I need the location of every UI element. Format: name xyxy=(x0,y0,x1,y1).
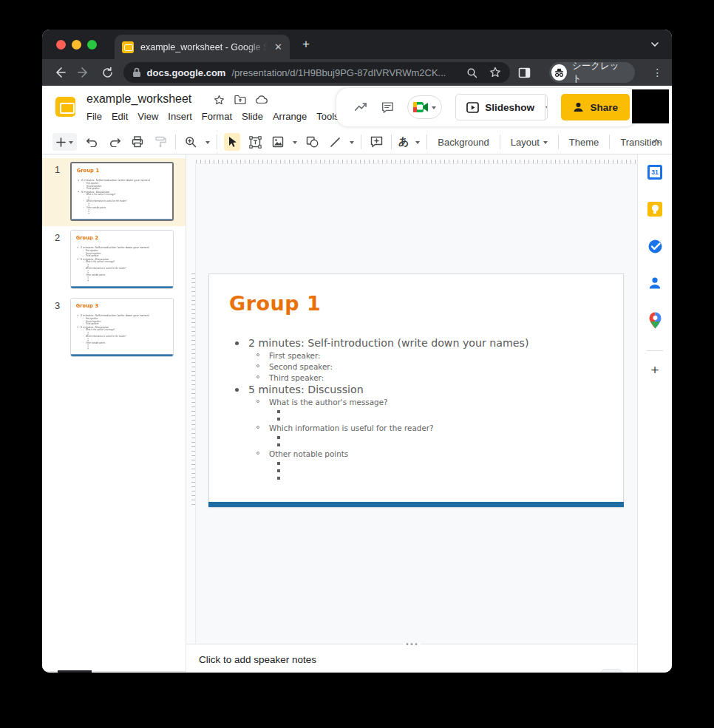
move-folder-icon[interactable] xyxy=(234,95,246,105)
slide-thumbnail-2[interactable]: 2 Group 2 2 minutes: Self-introduction (… xyxy=(42,226,186,294)
close-window-button[interactable] xyxy=(56,40,66,50)
maps-icon[interactable] xyxy=(647,312,663,328)
text-box-button[interactable] xyxy=(247,133,263,151)
cloud-saved-icon[interactable] xyxy=(256,95,268,104)
menu-slide[interactable]: Slide xyxy=(242,111,263,122)
incognito-badge: シークレット xyxy=(549,62,635,83)
menu-insert[interactable]: Insert xyxy=(168,111,192,122)
browser-menu-icon[interactable]: ⋮ xyxy=(652,67,663,78)
reload-icon[interactable] xyxy=(98,63,117,82)
empty-square-bullet xyxy=(209,467,623,474)
slide-thumbnail-3[interactable]: 3 Group 3 2 minutes: Self-introduction (… xyxy=(42,294,186,362)
url-bar[interactable]: docs.google.com /presentation/d/1H9Bbuj9… xyxy=(123,62,511,83)
zoom-options-chevron-icon[interactable] xyxy=(205,141,210,146)
insert-line-button[interactable] xyxy=(327,133,343,151)
share-label: Share xyxy=(590,102,618,113)
insert-image-button[interactable] xyxy=(270,133,286,151)
current-slide[interactable]: Group 1 2 minutes: Self-introduction (wr… xyxy=(208,273,624,508)
chevron-down-icon[interactable] xyxy=(69,141,73,146)
chevron-down-icon[interactable] xyxy=(650,39,660,52)
square-marker xyxy=(277,462,280,465)
fullscreen-window-button[interactable] xyxy=(87,40,97,50)
tasks-icon[interactable] xyxy=(647,238,663,254)
new-slide-button[interactable] xyxy=(52,133,77,151)
new-tab-button[interactable]: + xyxy=(302,37,310,52)
menu-bar: File Edit View Insert Format Slide Arran… xyxy=(86,111,339,122)
menu-arrange[interactable]: Arrange xyxy=(273,111,307,122)
forward-icon[interactable] xyxy=(75,63,93,82)
redo-button[interactable] xyxy=(106,133,123,151)
slide-accent-bar xyxy=(208,502,624,507)
input-tools-button[interactable]: あ xyxy=(398,135,409,149)
search-icon[interactable] xyxy=(466,67,477,78)
slides-header: example_worksheet File Edit View Insert … xyxy=(42,86,672,130)
select-tool-button[interactable] xyxy=(224,133,240,151)
filmstrip-panel: 1 Group 1 2 minutes: Self-introduction (… xyxy=(42,154,186,673)
close-tab-icon[interactable]: ✕ xyxy=(274,41,282,52)
header-actions-card: Slideshow Share xyxy=(336,88,637,126)
empty-square-bullet xyxy=(209,408,623,415)
line-options-chevron-icon[interactable] xyxy=(350,141,354,146)
sub-bullet-line: Third speaker: xyxy=(209,372,623,384)
slides-app-icon[interactable] xyxy=(55,97,75,117)
bookmark-star-icon[interactable] xyxy=(489,67,501,78)
collapse-toolbar-chevron-icon[interactable] xyxy=(651,136,662,149)
square-marker xyxy=(277,418,280,421)
side-panel-icon[interactable] xyxy=(515,63,534,82)
insert-comment-button[interactable] xyxy=(368,133,384,151)
keep-icon[interactable] xyxy=(647,201,663,217)
browser-navbar: docs.google.com /presentation/d/1H9Bbuj9… xyxy=(42,59,672,86)
notes-resize-handle[interactable] xyxy=(404,643,421,645)
theme-button[interactable]: Theme xyxy=(565,137,602,148)
slide-title-textbox[interactable]: Group 1 xyxy=(229,292,321,315)
contacts-icon[interactable] xyxy=(647,275,663,291)
slideshow-button[interactable]: Slideshow xyxy=(456,95,545,120)
slide-number: 3 xyxy=(55,300,60,311)
menu-file[interactable]: File xyxy=(86,111,102,122)
square-marker xyxy=(277,477,280,480)
slide-thumbnail-1[interactable]: 1 Group 1 2 minutes: Self-introduction (… xyxy=(42,158,186,226)
slide-body-textbox[interactable]: 2 minutes: Self-introduction (write down… xyxy=(209,337,623,482)
menu-view[interactable]: View xyxy=(137,111,158,122)
sub-bullet-line: What is the author's message? xyxy=(209,397,623,408)
speaker-notes-panel[interactable]: Click to add speaker notes xyxy=(186,644,637,673)
menu-edit[interactable]: Edit xyxy=(112,111,128,122)
minimize-window-button[interactable] xyxy=(72,40,81,50)
vertical-ruler xyxy=(186,164,196,644)
slideshow-options-button[interactable] xyxy=(545,95,548,120)
explore-button[interactable] xyxy=(600,669,623,673)
meet-call-button[interactable] xyxy=(407,95,443,119)
incognito-icon xyxy=(551,64,567,81)
image-options-chevron-icon[interactable] xyxy=(293,141,297,146)
menu-format[interactable]: Format xyxy=(202,111,232,122)
background-button[interactable]: Background xyxy=(434,137,492,148)
sub-bullet-line: Second speaker: xyxy=(209,361,623,372)
circle-marker xyxy=(256,353,259,356)
slide-canvas[interactable]: Group 1 2 minutes: Self-introduction (wr… xyxy=(186,154,637,644)
add-addon-button[interactable]: + xyxy=(650,363,659,378)
edit-toolbar: あ Background Layout Theme Transition xyxy=(42,130,672,154)
undo-button[interactable] xyxy=(84,133,100,151)
share-button[interactable]: Share xyxy=(561,94,630,120)
browser-tab[interactable]: example_worksheet - Google S ✕ xyxy=(115,35,290,59)
print-button[interactable] xyxy=(129,133,146,151)
calendar-icon[interactable]: 31 xyxy=(647,164,663,180)
back-icon[interactable] xyxy=(51,63,69,82)
workspace-side-panel: 31 + xyxy=(637,154,672,673)
document-title[interactable]: example_worksheet xyxy=(86,92,191,106)
url-path: /presentation/d/1H9Bbuj9PG-87dIVRVRWm2CK… xyxy=(231,67,460,78)
input-tools-chevron-icon[interactable] xyxy=(415,141,420,146)
comment-history-icon[interactable] xyxy=(381,101,394,115)
user-avatar[interactable] xyxy=(632,89,669,123)
menu-tools[interactable]: Tools xyxy=(316,111,339,122)
layout-button[interactable]: Layout xyxy=(507,137,551,148)
activity-trend-icon[interactable] xyxy=(354,101,368,114)
star-document-icon[interactable] xyxy=(214,95,225,106)
insert-shape-button[interactable] xyxy=(304,133,320,151)
zoom-button[interactable] xyxy=(183,133,199,151)
empty-square-bullet xyxy=(209,474,623,482)
speaker-notes-placeholder[interactable]: Click to add speaker notes xyxy=(199,654,316,665)
present-play-icon xyxy=(466,102,479,113)
window-controls xyxy=(56,40,97,50)
paint-format-button[interactable] xyxy=(152,133,169,151)
